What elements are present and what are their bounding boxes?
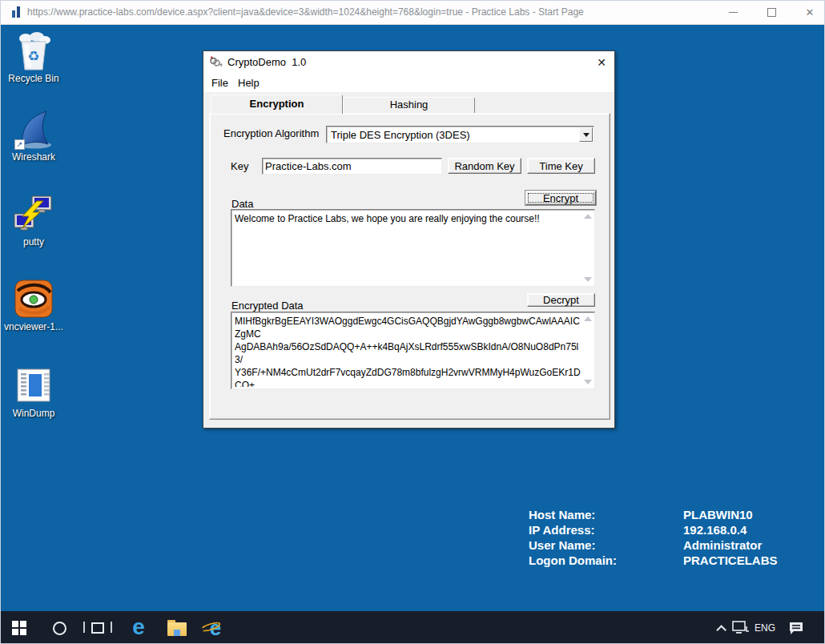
cryptodemo-keys-icon bbox=[209, 55, 223, 69]
network-icon bbox=[732, 621, 750, 635]
network-status-button[interactable] bbox=[730, 619, 751, 637]
scroll-up-icon[interactable] bbox=[584, 316, 592, 321]
show-hidden-icons-button[interactable] bbox=[711, 621, 727, 635]
taskbar: e e ENG bbox=[0, 611, 825, 644]
menu-file[interactable]: File bbox=[209, 76, 231, 90]
action-center-button[interactable] bbox=[787, 619, 806, 637]
icon-label: WinDump bbox=[2, 409, 66, 419]
desktop-icon-putty[interactable]: putty bbox=[2, 195, 66, 248]
desktop-icon-recycle-bin[interactable]: ♻ Recycle Bin bbox=[2, 31, 66, 84]
user-name-row: User Name:Administrator bbox=[529, 537, 793, 553]
language-indicator[interactable]: ENG bbox=[753, 622, 777, 634]
logon-domain-value: PRACTICELABS bbox=[683, 553, 778, 567]
data-label: Data bbox=[231, 198, 253, 210]
ip-address-row: IP Address:192.168.0.4 bbox=[529, 522, 793, 537]
browser-close-button[interactable]: ✕ bbox=[791, 0, 825, 25]
close-icon: ✕ bbox=[806, 7, 815, 18]
browser-title-text: https://www.practice-labs.com/device.asp… bbox=[27, 6, 584, 18]
microsoft-edge-button[interactable]: e bbox=[127, 615, 151, 639]
minimize-icon bbox=[729, 12, 738, 13]
data-field-frame: Welcome to Practice Labs, we hope you ar… bbox=[231, 209, 595, 287]
browser-minimize-button[interactable] bbox=[714, 0, 751, 25]
encrypted-data-field-frame: MIHfBgkrBgEEAYI3WAOggdEwgc4GCisGAQQBgjdY… bbox=[231, 312, 595, 389]
vncviewer-icon bbox=[13, 280, 54, 320]
key-label: Key bbox=[231, 160, 248, 172]
icon-label: putty bbox=[2, 237, 66, 248]
encrypted-data-textarea[interactable]: MIHfBgkrBgEEAYI3WAOggdEwgc4GCisGAQQBgjdY… bbox=[232, 313, 583, 387]
windump-icon bbox=[13, 366, 54, 406]
ip-address-label: IP Address: bbox=[529, 522, 683, 537]
encryption-algorithm-dropdown[interactable]: Triple DES Encryption (3DES) bbox=[326, 126, 594, 143]
task-view-icon bbox=[91, 622, 104, 634]
time-key-button[interactable]: Time Key bbox=[527, 158, 595, 174]
host-info-panel: Host Name:PLABWIN10 IP Address:192.168.0… bbox=[529, 507, 793, 568]
data-textarea[interactable]: Welcome to Practice Labs, we hope you ar… bbox=[232, 211, 583, 284]
menu-bar: File Help bbox=[203, 73, 614, 92]
browser-maximize-button[interactable] bbox=[753, 0, 790, 25]
folder-icon bbox=[167, 622, 187, 636]
desktop-icon-vncviewer[interactable]: vncviewer-1... bbox=[2, 280, 66, 332]
encrypted-data-label: Encrypted Data bbox=[231, 300, 304, 312]
encryption-algorithm-label: Encryption Algorithm bbox=[223, 127, 319, 139]
algorithm-selected-value: Triple DES Encryption (3DES) bbox=[331, 129, 470, 141]
task-view-button[interactable] bbox=[88, 619, 107, 637]
scroll-up-icon[interactable] bbox=[584, 214, 592, 219]
recycle-bin-icon: ♻ bbox=[13, 31, 54, 71]
logon-domain-label: Logon Domain: bbox=[529, 553, 683, 568]
logon-domain-row: Logon Domain:PRACTICELABS bbox=[529, 553, 793, 568]
desktop-icon-windump[interactable]: WinDump bbox=[2, 366, 66, 419]
browser-titlebar: https://www.practice-labs.com/device.asp… bbox=[0, 0, 825, 25]
chevron-down-icon bbox=[583, 133, 590, 137]
icon-label: Recycle Bin bbox=[2, 74, 66, 84]
language-label: ENG bbox=[755, 622, 775, 634]
edge-icon: e bbox=[132, 617, 145, 638]
encryption-tab-panel: Encryption Algorithm Triple DES Encrypti… bbox=[209, 113, 610, 420]
decrypt-button[interactable]: Decrypt bbox=[527, 293, 595, 307]
internet-explorer-button[interactable]: e bbox=[203, 616, 227, 640]
svg-text:♻: ♻ bbox=[27, 49, 39, 64]
action-center-icon bbox=[788, 621, 804, 635]
random-key-button[interactable]: Random Key bbox=[448, 158, 521, 174]
ip-address-value: 192.168.0.4 bbox=[683, 523, 747, 537]
windows-logo-icon bbox=[12, 621, 26, 635]
scroll-down-icon[interactable] bbox=[584, 380, 592, 384]
icon-label: vncviewer-1... bbox=[2, 322, 66, 332]
user-name-label: User Name: bbox=[529, 537, 683, 553]
user-name-value: Administrator bbox=[683, 538, 762, 552]
cortana-circle-icon bbox=[53, 622, 66, 635]
host-name-label: Host Name: bbox=[529, 507, 683, 522]
file-explorer-button[interactable] bbox=[165, 619, 189, 638]
window-title: CryptoDemo 1.0 bbox=[227, 56, 306, 68]
desktop: ♻ Recycle Bin ↗ Wireshark putty bbox=[0, 25, 825, 611]
practice-labs-favicon-icon bbox=[10, 6, 23, 18]
wireshark-icon: ↗ bbox=[13, 110, 54, 150]
scroll-down-icon[interactable] bbox=[584, 277, 592, 282]
window-close-button[interactable]: ✕ bbox=[593, 54, 610, 70]
shortcut-arrow-icon: ↗ bbox=[14, 139, 25, 150]
desktop-icon-wireshark[interactable]: ↗ Wireshark bbox=[2, 110, 66, 163]
key-input[interactable] bbox=[262, 158, 442, 175]
cryptodemo-window: CryptoDemo 1.0 ✕ File Help Encryption Ha… bbox=[203, 50, 615, 429]
menu-help[interactable]: Help bbox=[235, 76, 262, 90]
cortana-search-button[interactable] bbox=[50, 618, 69, 638]
host-name-row: Host Name:PLABWIN10 bbox=[529, 507, 793, 522]
cryptodemo-titlebar[interactable]: CryptoDemo 1.0 ✕ bbox=[203, 51, 614, 73]
icon-label: Wireshark bbox=[2, 152, 66, 163]
tab-hashing[interactable]: Hashing bbox=[343, 97, 475, 113]
encrypt-button[interactable]: Encrypt bbox=[525, 191, 596, 205]
tab-encryption[interactable]: Encryption bbox=[211, 95, 343, 114]
start-button[interactable] bbox=[10, 618, 29, 638]
chevron-up-icon bbox=[716, 625, 726, 635]
maximize-icon bbox=[767, 8, 776, 17]
putty-icon bbox=[13, 195, 54, 235]
host-name-value: PLABWIN10 bbox=[683, 508, 753, 521]
dropdown-button[interactable] bbox=[579, 127, 593, 142]
